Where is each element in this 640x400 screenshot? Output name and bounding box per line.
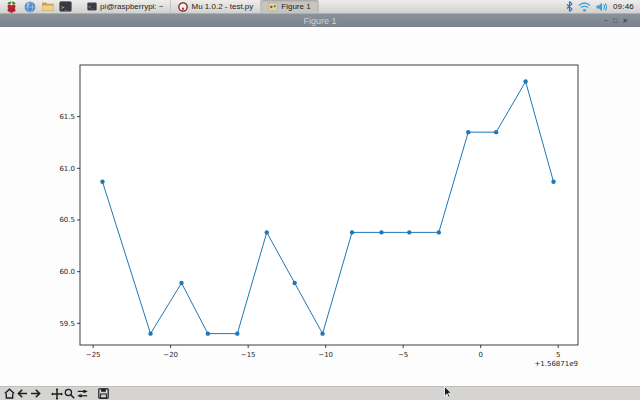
mouse-cursor xyxy=(444,386,453,399)
subplots-button[interactable] xyxy=(76,388,89,400)
close-button[interactable]: ✕ xyxy=(622,14,628,27)
figure-canvas: −25−20−15−10−50559.560.060.561.061.5+1.5… xyxy=(0,27,640,386)
folder-icon xyxy=(41,1,55,12)
forward-icon xyxy=(30,388,41,399)
svg-text:59.5: 59.5 xyxy=(59,320,75,328)
taskbar-item-label: Figure 1 xyxy=(281,2,310,11)
raspberry-icon xyxy=(6,1,17,13)
volume-icon[interactable] xyxy=(596,2,608,12)
globe-icon xyxy=(24,1,36,13)
pan-button[interactable] xyxy=(50,388,63,400)
svg-text:61.5: 61.5 xyxy=(59,113,75,121)
svg-text:−20: −20 xyxy=(163,351,178,359)
svg-text:61.0: 61.0 xyxy=(59,165,75,173)
window-titlebar: Figure 1 − □ ✕ xyxy=(0,14,640,27)
mu-icon xyxy=(178,2,188,12)
raspberry-menu-icon[interactable] xyxy=(4,0,19,13)
magnifier-icon xyxy=(64,388,75,399)
svg-text:60.5: 60.5 xyxy=(59,216,75,224)
window-controls: − □ ✕ xyxy=(604,14,628,27)
wifi-icon[interactable] xyxy=(578,2,591,12)
zoom-button[interactable] xyxy=(63,388,76,400)
home-icon xyxy=(4,388,15,399)
maximize-button[interactable]: □ xyxy=(613,14,617,27)
forward-button[interactable] xyxy=(29,388,42,400)
taskbar-item-mu[interactable]: Mu 1.0.2 - test.py xyxy=(171,0,261,13)
svg-text:+1.56871e9: +1.56871e9 xyxy=(534,360,578,368)
svg-text:>_: >_ xyxy=(61,4,68,11)
svg-text:0: 0 xyxy=(478,351,482,359)
taskbar: >_ >_ pi@raspberrypi: ~ Mu 1.0.2 - test.… xyxy=(0,0,640,14)
taskbar-item-label: Mu 1.0.2 - test.py xyxy=(191,2,253,11)
window-title: Figure 1 xyxy=(0,16,640,26)
svg-text:−25: −25 xyxy=(86,351,101,359)
taskbar-item-terminal[interactable]: >_ pi@raspberrypi: ~ xyxy=(80,0,171,13)
figure-icon xyxy=(268,2,278,12)
svg-text:−5: −5 xyxy=(398,351,408,359)
taskbar-window-list: >_ pi@raspberrypi: ~ Mu 1.0.2 - test.py … xyxy=(80,0,563,14)
back-icon xyxy=(17,388,28,399)
svg-text:>_: >_ xyxy=(89,4,94,9)
taskbar-item-figure1[interactable]: Figure 1 xyxy=(261,0,318,13)
line-chart: −25−20−15−10−50559.560.060.561.061.5+1.5… xyxy=(0,27,640,386)
desktop-screen: >_ >_ pi@raspberrypi: ~ Mu 1.0.2 - test.… xyxy=(0,0,640,400)
clock[interactable]: 09:46 xyxy=(613,2,634,11)
terminal-launcher[interactable]: >_ xyxy=(58,0,73,13)
svg-text:5: 5 xyxy=(556,351,560,359)
terminal-launcher-icon: >_ xyxy=(59,1,72,12)
svg-text:−10: −10 xyxy=(318,351,333,359)
back-button[interactable] xyxy=(16,388,29,400)
svg-text:−15: −15 xyxy=(241,351,256,359)
save-icon xyxy=(98,388,109,399)
taskbar-item-label: pi@raspberrypi: ~ xyxy=(100,2,163,11)
web-browser-launcher[interactable] xyxy=(22,0,37,13)
save-button[interactable] xyxy=(97,388,110,400)
pan-icon xyxy=(51,388,63,400)
svg-text:60.0: 60.0 xyxy=(59,268,75,276)
file-manager-launcher[interactable] xyxy=(40,0,55,13)
terminal-icon: >_ xyxy=(87,2,97,11)
matplotlib-toolbar xyxy=(0,386,640,400)
home-button[interactable] xyxy=(3,388,16,400)
sliders-icon xyxy=(77,388,88,399)
bluetooth-icon[interactable] xyxy=(566,1,573,12)
minimize-button[interactable]: − xyxy=(604,14,608,27)
system-tray: 09:46 xyxy=(566,1,636,12)
